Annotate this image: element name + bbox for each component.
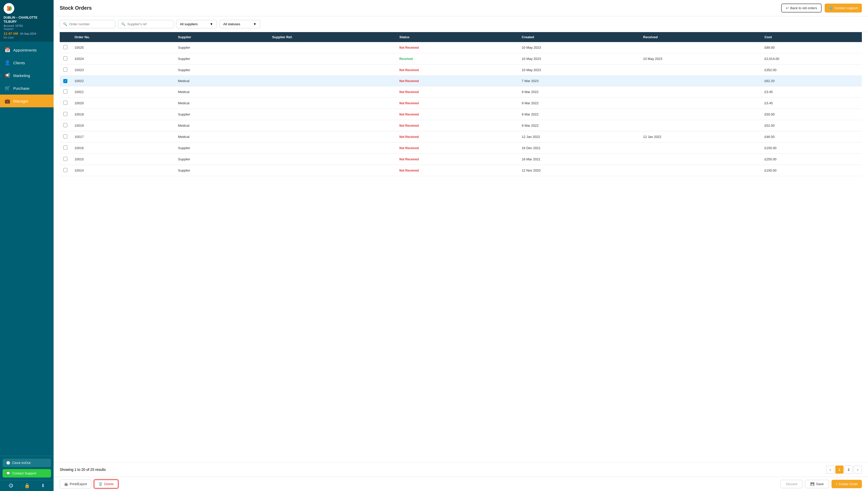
status-cell: Not Received <box>396 131 518 142</box>
supplier-cell: Supplier <box>174 53 269 64</box>
clock-btn-label: Clock In/Out <box>12 461 31 465</box>
row-checkbox-cell[interactable]: ✓ <box>60 76 71 86</box>
sidebar-item-label: Appointments <box>13 48 37 52</box>
orders-table-container: Order No. Supplier Supplier Ref. Status … <box>54 32 868 462</box>
order-number-cell: 10019 <box>71 120 174 131</box>
action-left: 🖨️ Print/Export 🗑️ Delete <box>60 480 118 488</box>
supplier-cell: Medical <box>174 120 269 131</box>
sidebar-item-purchase[interactable]: 🛒 Purchase <box>0 82 54 94</box>
page-2-button[interactable]: 2 <box>844 465 853 474</box>
appointments-icon: 📅 <box>5 47 10 53</box>
supplier-cell: Medical <box>174 131 269 142</box>
order-number-cell: 10015 <box>71 153 174 165</box>
supplier-cell: Supplier <box>174 109 269 120</box>
received-header: Received <box>640 32 761 42</box>
prev-page-button[interactable]: ‹ <box>826 465 834 474</box>
row-checkbox-cell[interactable] <box>60 53 71 64</box>
row-checkbox-cell[interactable] <box>60 64 71 76</box>
download-icon[interactable]: ⬇ <box>41 483 45 488</box>
table-row: 10025 Supplier Not Received 10 May 2023 … <box>60 42 862 53</box>
status-badge: Not Received <box>399 79 419 83</box>
row-checkbox-cell[interactable] <box>60 42 71 53</box>
status-badge: Not Received <box>399 169 419 172</box>
checkbox[interactable] <box>63 112 67 116</box>
order-number-input[interactable] <box>69 22 112 26</box>
sidebar-header: DUBLIN – CHARLOTTE TILBURY Account: 1576… <box>0 0 54 41</box>
created-cell: 16 Dec 2021 <box>518 142 640 153</box>
statuses-dropdown[interactable]: All statuses ▼ <box>219 20 260 28</box>
order-number-cell: 10017 <box>71 131 174 142</box>
next-page-button[interactable]: › <box>854 465 862 474</box>
filters-bar: 🔍 🔍 All suppliers ▼ All statuses ▼ <box>54 16 868 32</box>
row-checkbox-cell[interactable] <box>60 153 71 165</box>
table-row: 10017 Medical Not Received 12 Jan 2022 1… <box>60 131 862 142</box>
delete-label: Delete <box>104 482 114 486</box>
status-cell: Not Received <box>396 42 518 53</box>
checkbox[interactable] <box>63 101 67 105</box>
row-checkbox-cell[interactable] <box>60 120 71 131</box>
checkbox[interactable] <box>63 157 67 161</box>
print-export-button[interactable]: 🖨️ Print/Export <box>60 480 91 488</box>
supplier-cell: Supplier <box>174 64 269 76</box>
order-number-cell: 10020 <box>71 97 174 109</box>
cost-cell: £3.45 <box>761 86 862 97</box>
checkbox[interactable]: ✓ <box>63 79 67 83</box>
suppliers-dropdown[interactable]: All suppliers ▼ <box>176 20 217 28</box>
lock-icon[interactable]: 🔒 <box>24 483 30 488</box>
checkbox[interactable] <box>63 67 67 71</box>
current-user: No User <box>4 36 50 39</box>
supplier-ref-filter[interactable]: 🔍 <box>118 20 173 28</box>
received-cell <box>640 120 761 131</box>
status-badge: Not Received <box>399 124 419 127</box>
row-checkbox-cell[interactable] <box>60 131 71 142</box>
company-name: DUBLIN – CHARLOTTE TILBURY <box>4 16 50 24</box>
row-checkbox-cell[interactable] <box>60 165 71 176</box>
sidebar-item-marketing[interactable]: 📢 Marketing <box>0 69 54 82</box>
gear-icon: ⚙️ <box>829 6 833 10</box>
received-cell: 12 Jan 2022 <box>640 131 761 142</box>
power-icon[interactable]: ⏻ <box>9 483 13 488</box>
delete-button[interactable]: 🗑️ Delete <box>94 480 118 488</box>
table-row: 10014 Supplier Not Received 12 Nov 2020 … <box>60 165 862 176</box>
supplier-cell: Supplier <box>174 42 269 53</box>
sidebar-item-label: Purchase <box>13 86 29 90</box>
checkbox[interactable] <box>63 89 67 93</box>
save-icon: 💾 <box>810 482 814 486</box>
row-checkbox-cell[interactable] <box>60 109 71 120</box>
contact-support-topbar-button[interactable]: ⚙️ Contact support <box>824 4 862 12</box>
checkbox[interactable] <box>63 123 67 127</box>
contact-support-button[interactable]: 💬 Contact Support <box>3 469 51 478</box>
sidebar-item-clients[interactable]: 👤 Clients <box>0 56 54 69</box>
print-icon: 🖨️ <box>64 482 68 486</box>
received-cell <box>640 64 761 76</box>
supplier-ref-cell <box>268 86 396 97</box>
page-1-button[interactable]: 1 <box>835 465 843 474</box>
manager-icon: 💼 <box>5 98 10 104</box>
supplier-ref-cell <box>268 64 396 76</box>
back-to-old-orders-button[interactable]: ↩ Back to old orders <box>781 4 821 12</box>
row-checkbox-cell[interactable] <box>60 97 71 109</box>
sidebar-item-appointments[interactable]: 📅 Appointments <box>0 44 54 56</box>
received-cell <box>640 109 761 120</box>
checkbox[interactable] <box>63 56 67 60</box>
trash-icon: 🗑️ <box>99 482 103 486</box>
received-cell <box>640 42 761 53</box>
clock-in-out-button[interactable]: 🕐 Clock In/Out <box>3 459 51 467</box>
order-number-cell: 10021 <box>71 86 174 97</box>
app-logo <box>4 3 14 14</box>
row-checkbox-cell[interactable] <box>60 86 71 97</box>
table-footer: Showing 1 to 20 of 25 results ‹ 1 2 › <box>54 462 868 477</box>
checkbox[interactable] <box>63 168 67 172</box>
supplier-ref-input[interactable] <box>127 22 170 26</box>
order-number-filter[interactable]: 🔍 <box>60 20 115 28</box>
save-button[interactable]: 💾 Save <box>805 480 829 488</box>
checkbox[interactable] <box>63 146 67 150</box>
discard-button[interactable]: Discard <box>781 480 803 488</box>
row-checkbox-cell[interactable] <box>60 142 71 153</box>
sidebar-item-manager[interactable]: 💼 Manager <box>0 94 54 107</box>
checkbox[interactable] <box>63 134 67 138</box>
create-order-button[interactable]: + Create Order <box>832 480 862 488</box>
checkbox[interactable] <box>63 45 67 49</box>
save-label: Save <box>816 482 823 486</box>
supplier-ref-cell <box>268 142 396 153</box>
